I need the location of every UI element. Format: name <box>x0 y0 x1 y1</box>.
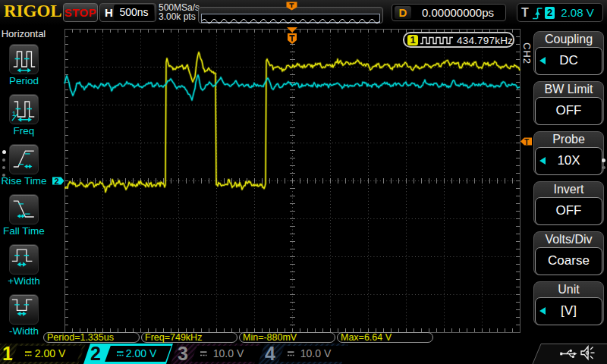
fall-time-icon <box>10 195 38 224</box>
measure-label-minus-width: -Width <box>0 325 48 337</box>
measure-label-freq: Freq <box>0 125 48 136</box>
measure-item-rise-time[interactable] <box>9 144 39 174</box>
measurement-max: Max=6.64 V <box>337 332 433 343</box>
measurement-min: Min=-880mV <box>239 332 335 343</box>
status-icons-panel <box>524 344 607 364</box>
menu-item-invert[interactable]: Invert OFF <box>533 181 604 225</box>
measurement-freq: Freq=749kHz <box>141 332 237 343</box>
left-arrow-icon <box>539 157 546 165</box>
minus-width-icon <box>10 295 38 324</box>
menu-value-coupling: DC <box>535 47 602 75</box>
channel2-offset-marker[interactable]: 2 <box>52 177 64 186</box>
measure-label-fall-time: Fall Time <box>0 225 48 237</box>
menu-title-probe: Probe <box>534 133 603 146</box>
measure-item-minus-width[interactable] <box>9 294 39 325</box>
counter-frequency-value: 434.797kHz <box>457 34 513 47</box>
menu-value-bw-limit: OFF <box>535 97 602 125</box>
trigger-position-marker[interactable] <box>287 27 297 44</box>
channel4-scale: 10.0 V <box>281 346 347 362</box>
channel2-scale-box: 2.00 V <box>105 346 171 362</box>
trigger-level-marker[interactable]: T <box>521 138 532 146</box>
left-page-dot-2 <box>2 158 5 162</box>
svg-text:2: 2 <box>54 177 58 186</box>
menu-title-coupling: Coupling <box>534 33 603 46</box>
channel4-scale-box: 10.0 V <box>278 346 350 362</box>
menu-title-volts-div: Volts/Div <box>534 233 603 246</box>
measure-label-period: Period <box>0 75 48 86</box>
channel1-scale-box: 2.00 V <box>11 346 83 362</box>
menu-item-probe[interactable]: Probe 10X <box>533 131 604 175</box>
freq-icon: 1 <box>10 95 38 124</box>
channel2-scale: 2.00 V <box>108 346 168 362</box>
plus-width-icon <box>10 245 38 274</box>
rise-time-icon <box>10 145 38 174</box>
coupling-value: DC <box>559 53 578 67</box>
menu-channel-label: CH2 <box>521 42 533 64</box>
channel3-scale: 10.0 V <box>194 346 259 362</box>
menu-item-bw-limit[interactable]: BW Limit OFF <box>533 81 604 125</box>
channel2-number[interactable]: 2 <box>88 344 103 364</box>
menu-value-unit: [V] <box>535 297 602 325</box>
counter-source-channel: 1 <box>407 35 418 46</box>
channel3-number[interactable]: 3 <box>175 344 190 364</box>
menu-item-coupling[interactable]: Coupling DC <box>533 31 604 75</box>
channel-status-bar: 1 2.00 V 2 2.00 V 3 <box>0 344 607 364</box>
measure-item-fall-time[interactable] <box>9 194 39 224</box>
oscilloscope-screen: RIGOL STOP H 500ns 500MSa/s 3.00k pts D … <box>0 0 607 364</box>
right-page-dot-1 <box>602 158 605 162</box>
menu-title-bw-limit: BW Limit <box>534 83 603 96</box>
left-page-dot-4 <box>2 174 5 177</box>
left-menu-title: Horizontal <box>0 28 47 39</box>
measure-item-plus-width[interactable] <box>9 244 39 275</box>
channel1-scale: 2.00 V <box>14 346 80 362</box>
menu-value-probe: 10X <box>535 147 602 175</box>
bw-limit-value: OFF <box>556 103 582 118</box>
left-arrow-icon <box>539 57 546 64</box>
measurement-period: Period=1.335us <box>43 332 140 343</box>
menu-value-volts-div: Coarse <box>535 247 602 275</box>
probe-value: 10X <box>557 153 580 168</box>
channel3-scale-box: 10.0 V <box>191 346 263 362</box>
right-page-dot-2 <box>602 166 605 169</box>
menu-title-invert: Invert <box>534 183 603 196</box>
menu-item-volts-div[interactable]: Volts/Div Coarse <box>533 231 604 275</box>
left-page-dot-1 <box>2 150 6 154</box>
left-page-dot-3 <box>2 166 5 169</box>
measure-item-freq[interactable]: 1 <box>9 94 39 124</box>
measure-label-rise-time: Rise Time <box>0 175 48 187</box>
display-markers: 2 T <box>0 0 607 364</box>
svg-text:T: T <box>524 138 529 146</box>
left-arrow-icon <box>539 307 546 315</box>
measure-label-plus-width: +Width <box>0 275 48 287</box>
frequency-counter-badge: 1 434.797kHz <box>403 32 514 48</box>
invert-value: OFF <box>556 203 582 218</box>
channel4-number[interactable]: 4 <box>263 344 278 364</box>
volts-div-value: Coarse <box>548 253 590 268</box>
period-icon <box>10 45 38 74</box>
menu-item-unit[interactable]: Unit [V] <box>533 281 604 325</box>
square-wave-icon <box>420 33 453 46</box>
menu-title-unit: Unit <box>534 283 603 297</box>
measure-item-period[interactable] <box>9 44 39 74</box>
unit-value: [V] <box>561 303 577 318</box>
menu-value-invert: OFF <box>535 197 602 225</box>
